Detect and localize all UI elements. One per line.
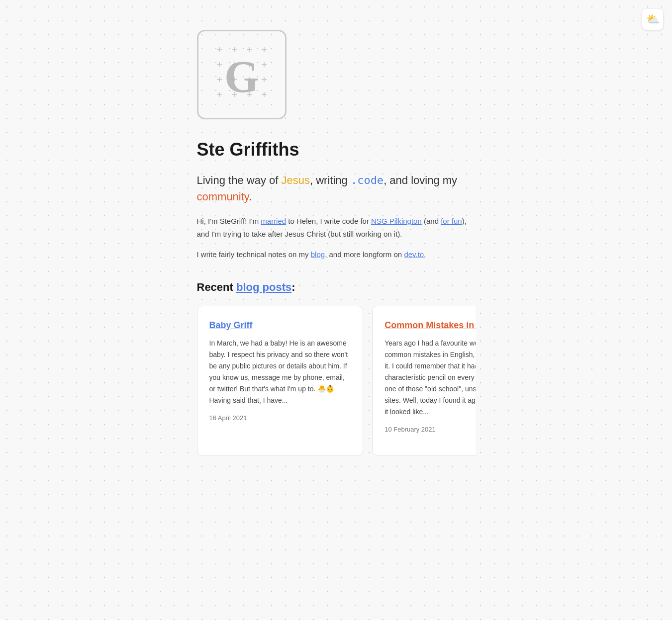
- devto-link-text: dev.to: [404, 250, 424, 259]
- logo-box: G: [197, 30, 287, 119]
- bio-nsg-text: NSG Pilkington: [371, 217, 422, 225]
- blog-note-suffix: .: [424, 250, 426, 259]
- bio-intro: Hi, I'm SteGriff! I'm: [197, 217, 261, 225]
- card-date-common-mistakes: 10 February 2021: [384, 426, 475, 433]
- tagline-community: community: [197, 190, 249, 203]
- recent-label: Recent: [197, 281, 236, 293]
- bio-for-fun-link[interactable]: for fun: [441, 217, 462, 225]
- bio-nsg-link[interactable]: NSG Pilkington: [371, 217, 422, 225]
- cards-wrapper: Baby Griff In March, we had a baby! He i…: [197, 306, 476, 456]
- weather-icon: ⛅: [646, 13, 660, 26]
- tagline-middle2: , and loving my: [384, 174, 457, 186]
- tagline-middle1: , writing: [310, 174, 351, 186]
- recent-suffix: :: [291, 281, 295, 293]
- bio-and-for: (and: [422, 217, 441, 225]
- blog-note-prefix: I write fairly technical notes on my: [197, 250, 311, 259]
- cards-container: Baby Griff In March, we had a baby! He i…: [197, 306, 476, 456]
- tagline-suffix: .: [249, 190, 252, 203]
- tagline-jesus: Jesus: [281, 174, 309, 186]
- card-baby-griff: Baby Griff In March, we had a baby! He i…: [197, 306, 364, 456]
- blog-link-text: blog: [311, 250, 325, 259]
- blog-note: I write fairly technical notes on my blo…: [197, 248, 476, 261]
- card-common-mistakes: Common Mistakes in English Years ago I h…: [372, 306, 475, 456]
- bio: Hi, I'm SteGriff! I'm married to Helen, …: [197, 215, 476, 240]
- blog-posts-link-text: blog posts: [236, 281, 291, 293]
- bio-married-link[interactable]: married: [261, 217, 286, 225]
- card-title-baby-griff[interactable]: Baby Griff: [209, 320, 351, 331]
- blog-link[interactable]: blog: [311, 250, 325, 259]
- devto-link[interactable]: dev.to: [404, 250, 424, 259]
- tagline-code: .code: [351, 174, 384, 186]
- page-container: G Ste Griffiths Living the way of Jesus,…: [187, 0, 485, 495]
- card-date-baby-griff: 16 April 2021: [209, 414, 351, 422]
- svg-text:G: G: [224, 52, 259, 101]
- site-title: Ste Griffiths: [197, 139, 476, 160]
- blog-posts-link[interactable]: blog posts: [236, 281, 291, 293]
- bio-to-helen: to Helen, I write code for: [286, 217, 371, 225]
- weather-widget[interactable]: ⛅: [642, 9, 663, 30]
- recent-posts-heading: Recent blog posts:: [197, 281, 476, 294]
- logo-container: G: [197, 30, 476, 119]
- blog-note-middle: , and more longform on: [325, 250, 404, 259]
- card-body-common-mistakes: Years ago I had a favourite website of c…: [384, 338, 475, 418]
- bio-for-fun-text: for fun: [441, 217, 462, 225]
- tagline-prefix: Living the way of: [197, 174, 282, 186]
- logo-svg: G: [207, 40, 277, 109]
- bio-married-text: married: [261, 217, 286, 225]
- tagline: Living the way of Jesus, writing .code, …: [197, 172, 476, 205]
- card-body-baby-griff: In March, we had a baby! He is an awesom…: [209, 338, 351, 407]
- card-title-common-mistakes[interactable]: Common Mistakes in English: [384, 320, 475, 331]
